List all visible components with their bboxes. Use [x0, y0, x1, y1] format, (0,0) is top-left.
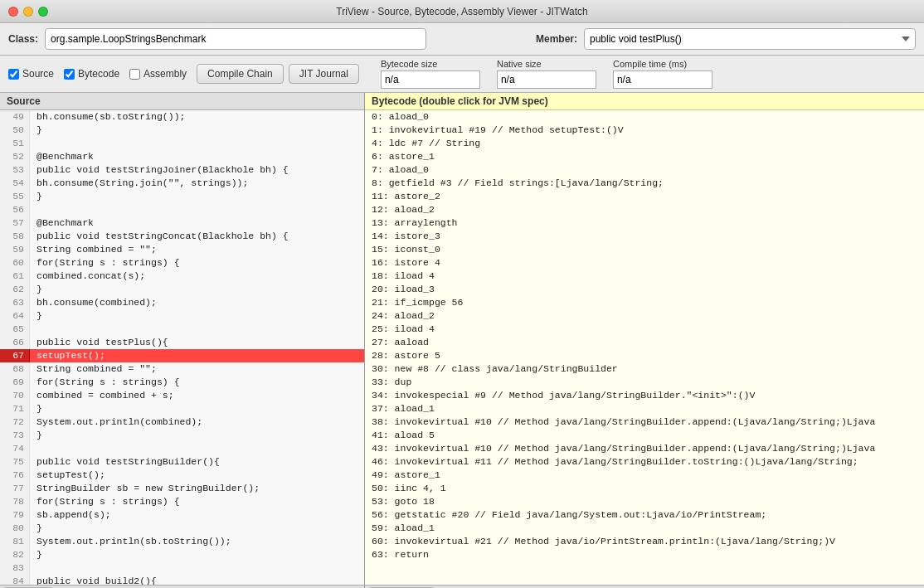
compile-time-group: Compile time (ms) n/a: [613, 59, 712, 89]
minimize-button[interactable]: [23, 7, 33, 17]
line-code: System.out.println(combined);: [30, 415, 202, 429]
line-number: 80: [0, 522, 30, 535]
member-label: Member:: [536, 33, 577, 45]
bytecode-line: 46: invokevirtual #11 // Method java/lan…: [365, 455, 924, 469]
line-number: 69: [0, 376, 30, 389]
source-line: 74: [0, 442, 364, 455]
line-number: 53: [0, 163, 30, 177]
jit-journal-button[interactable]: JIT Journal: [289, 64, 359, 84]
bytecode-line: 37: aload_1: [365, 402, 924, 415]
bytecode-line: 15: iconst_0: [365, 243, 924, 256]
bytecode-line: 18: iload 4: [365, 270, 924, 283]
class-input[interactable]: [45, 28, 426, 50]
member-select[interactable]: public void testPlus(): [584, 28, 916, 50]
source-code-area: 49 bh.consume(sb.toString());50 }5152 @B…: [0, 110, 364, 585]
line-code: [30, 137, 36, 150]
compile-chain-button[interactable]: Compile Chain: [197, 64, 284, 84]
source-line: 83: [0, 561, 364, 575]
source-line: 52 @Benchmark: [0, 150, 364, 163]
member-row: Member: public void testPlus(): [536, 28, 916, 50]
source-panel-header: Source: [0, 93, 364, 110]
source-line: 49 bh.consume(sb.toString());: [0, 110, 364, 124]
compile-time-label: Compile time (ms): [613, 59, 712, 69]
bytecode-checkbox-group: Bytecode: [64, 68, 119, 80]
line-number: 75: [0, 455, 30, 469]
bytecode-size-label: Bytecode size: [381, 59, 480, 69]
line-number: 58: [0, 230, 30, 243]
title-bar: TriView - Source, Bytecode, Assembly Vie…: [0, 0, 924, 23]
bytecode-line: 59: aload_1: [365, 522, 924, 535]
line-code: @Benchmark: [30, 150, 94, 163]
line-code: }: [30, 522, 42, 535]
bytecode-scroll[interactable]: 0: aload_0 1: invokevirtual #19 // Metho…: [365, 110, 924, 585]
line-number: 57: [0, 216, 30, 230]
assembly-checkbox[interactable]: [129, 69, 140, 80]
bytecode-panel-header: Bytecode (double click for JVM spec): [365, 93, 924, 110]
line-number: 60: [0, 256, 30, 270]
line-number: 65: [0, 323, 30, 336]
line-code: [30, 323, 36, 336]
line-code: StringBuilder sb = new StringBuilder();: [30, 482, 260, 495]
source-line: 53 public void testStringJoiner(Blackhol…: [0, 163, 364, 177]
bytecode-line: 30: new #8 // class java/lang/StringBuil…: [365, 362, 924, 376]
line-code: public void testStringConcat(Blackhole b…: [30, 230, 289, 243]
line-number: 70: [0, 389, 30, 402]
line-number: 62: [0, 283, 30, 296]
source-line: 57 @Benchmark: [0, 216, 364, 230]
source-line: 82 }: [0, 548, 364, 561]
maximize-button[interactable]: [38, 7, 48, 17]
source-scroll[interactable]: 49 bh.consume(sb.toString());50 }5152 @B…: [0, 110, 364, 585]
source-line: 77 StringBuilder sb = new StringBuilder(…: [0, 482, 364, 495]
line-number: 72: [0, 415, 30, 429]
source-line: 64 }: [0, 309, 364, 323]
source-line: 76 setupTest();: [0, 469, 364, 482]
line-code: }: [30, 190, 42, 203]
scrollbar-row: [0, 585, 924, 588]
bytecode-line: 20: iload_3: [365, 283, 924, 296]
source-checkbox[interactable]: [8, 69, 19, 80]
line-code: sb.append(s);: [30, 508, 111, 522]
bytecode-line: 53: goto 18: [365, 495, 924, 508]
line-code: }: [30, 309, 42, 323]
bytecode-panel: Bytecode (double click for JVM spec) 0: …: [365, 93, 924, 585]
line-code: setupTest();: [30, 469, 105, 482]
bytecode-line: 6: astore_1: [365, 150, 924, 163]
source-line: 60 for(String s : strings) {: [0, 256, 364, 270]
bytecode-line: 11: astore_2: [365, 190, 924, 203]
source-line: 50 }: [0, 124, 364, 137]
line-code: for(String s : strings) {: [30, 256, 180, 270]
source-lines: 49 bh.consume(sb.toString());50 }5152 @B…: [0, 110, 364, 585]
close-button[interactable]: [8, 7, 18, 17]
line-number: 63: [0, 296, 30, 309]
source-line: 75 public void testStringBuilder(){: [0, 455, 364, 469]
assembly-checkbox-group: Assembly: [129, 68, 187, 80]
source-line: 54 bh.consume(String.join("", strings));: [0, 177, 364, 190]
source-line: 55 }: [0, 190, 364, 203]
bytecode-line: 12: aload_2: [365, 203, 924, 216]
source-line: 70 combined = combined + s;: [0, 389, 364, 402]
source-line: 69 for(String s : strings) {: [0, 376, 364, 389]
line-number: 59: [0, 243, 30, 256]
bytecode-line: 14: istore_3: [365, 230, 924, 243]
bytecode-line: 63: return: [365, 548, 924, 561]
compile-time-value: n/a: [613, 70, 712, 89]
line-number: 68: [0, 362, 30, 376]
line-number: 49: [0, 110, 30, 124]
source-line: 68 String combined = "";: [0, 362, 364, 376]
line-code: }: [30, 548, 42, 561]
source-line: 66 public void testPlus(){: [0, 336, 364, 349]
line-code: public void testPlus(){: [30, 336, 168, 349]
bytecode-line: 27: aaload: [365, 336, 924, 349]
line-code: public void testStringJoiner(Blackhole b…: [30, 163, 289, 177]
bytecode-checkbox[interactable]: [64, 69, 75, 80]
bytecode-line: 34: invokespecial #9 // Method java/lang…: [365, 389, 924, 402]
bytecode-line: 13: arraylength: [365, 216, 924, 230]
line-number: 79: [0, 508, 30, 522]
bytecode-line: 0: aload_0: [365, 110, 924, 124]
source-line: 78 for(String s : strings) {: [0, 495, 364, 508]
source-panel: Source 49 bh.consume(sb.toString());50 }…: [0, 93, 365, 585]
native-size-label: Native size: [497, 59, 596, 69]
source-line: 84 public void build2(){: [0, 575, 364, 585]
line-number: 78: [0, 495, 30, 508]
line-number: 73: [0, 429, 30, 442]
